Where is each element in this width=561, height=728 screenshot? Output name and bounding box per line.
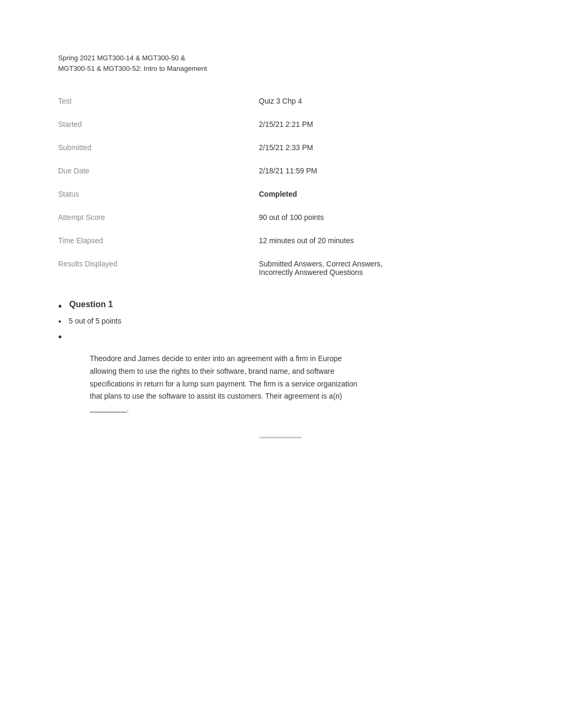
info-label-0: Test xyxy=(58,89,259,113)
info-value-4: Completed xyxy=(259,182,503,206)
questions-section: • Question 1 ● 5 out of 5 points • Theod… xyxy=(58,300,503,416)
points-line: ● 5 out of 5 points xyxy=(58,317,503,325)
divider-bar xyxy=(259,437,302,438)
info-row-5: Attempt Score90 out of 100 points xyxy=(58,206,503,229)
points-text: 5 out of 5 points xyxy=(69,317,121,325)
info-value-1: 2/15/21 2:21 PM xyxy=(259,113,503,136)
question-text-block: Theodore and James decide to enter into … xyxy=(90,353,364,416)
info-row-4: StatusCompleted xyxy=(58,182,503,206)
info-row-3: Due Date2/18/21 11:59 PM xyxy=(58,159,503,182)
question-bullet-outer: • Question 1 xyxy=(58,300,503,311)
course-title: Spring 2021 MGT300-14 & MGT300-50 & MGT3… xyxy=(58,53,503,73)
info-row-2: Submitted2/15/21 2:33 PM xyxy=(58,136,503,159)
info-value-5: 90 out of 100 points xyxy=(259,206,503,229)
info-value-3: 2/18/21 11:59 PM xyxy=(259,159,503,182)
info-row-1: Started2/15/21 2:21 PM xyxy=(58,113,503,136)
info-value-7: Submitted Answers, Correct Answers,Incor… xyxy=(259,252,503,284)
info-value-2: 2/15/21 2:33 PM xyxy=(259,136,503,159)
info-label-3: Due Date xyxy=(58,159,259,182)
question-1-header: Question 1 xyxy=(69,300,113,309)
info-label-6: Time Elapsed xyxy=(58,229,259,252)
info-row-0: TestQuiz 3 Chp 4 xyxy=(58,89,503,113)
info-value-6: 12 minutes out of 20 minutes xyxy=(259,229,503,252)
info-label-2: Submitted xyxy=(58,136,259,159)
bullet-dot-2: • xyxy=(58,331,62,342)
info-label-1: Started xyxy=(58,113,259,136)
info-value-0: Quiz 3 Chp 4 xyxy=(259,89,503,113)
info-table: TestQuiz 3 Chp 4Started2/15/21 2:21 PMSu… xyxy=(58,89,503,284)
info-label-5: Attempt Score xyxy=(58,206,259,229)
bullet-dot-1: • xyxy=(58,301,62,311)
info-label-7: Results Displayed xyxy=(58,252,259,284)
points-bullet: ● xyxy=(58,319,61,324)
info-row-6: Time Elapsed12 minutes out of 20 minutes xyxy=(58,229,503,252)
answer-blank xyxy=(90,412,127,412)
page-container: Spring 2021 MGT300-14 & MGT300-50 & MGT3… xyxy=(0,0,561,470)
question-content-container: • xyxy=(58,330,503,342)
info-row-7: Results DisplayedSubmitted Answers, Corr… xyxy=(58,252,503,284)
info-label-4: Status xyxy=(58,182,259,206)
